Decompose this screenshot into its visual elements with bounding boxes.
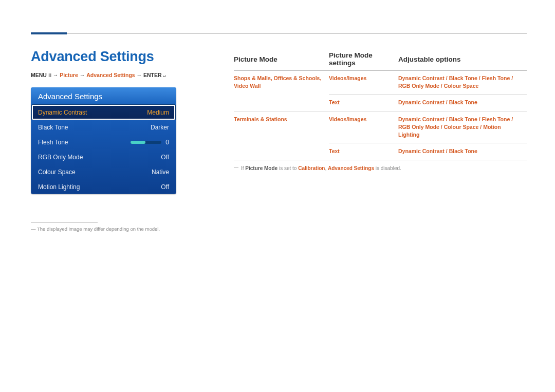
table-row: Terminals & Stations Videos/Images Dynam… — [234, 111, 527, 143]
osd-label: Motion Lighting — [38, 183, 80, 191]
osd-value: Off — [161, 183, 169, 191]
enter-icon: ↵ — [163, 73, 166, 78]
osd-value: Native — [152, 169, 169, 176]
cell-mode: Terminals & Stations — [234, 116, 287, 122]
osd-row-dynamic-contrast[interactable]: Dynamic Contrast Medium — [32, 105, 175, 120]
osd-label: Black Tone — [38, 124, 68, 131]
osd-label: Dynamic Contrast — [38, 109, 87, 116]
cell-settings: Videos/Images — [329, 75, 366, 81]
osd-row-colour-space[interactable]: Colour Space Native — [31, 164, 176, 179]
flesh-tone-slider[interactable] — [131, 141, 161, 144]
arrow-icon: → — [53, 72, 59, 78]
breadcrumb-enter: ENTER — [143, 72, 162, 78]
breadcrumb: MENU Ⅲ → Picture → Advanced Settings → E… — [31, 72, 234, 78]
footnote-divider — [31, 222, 98, 223]
osd-value: 0 — [165, 139, 169, 146]
osd-label: Flesh Tone — [38, 139, 68, 146]
table-row: Shops & Malls, Offices & Schools, Video … — [234, 70, 527, 95]
breadcrumb-picture: Picture — [60, 72, 78, 78]
cell-options: Dynamic Contrast / Black Tone / Flesh To… — [398, 70, 527, 95]
osd-value: Off — [161, 154, 169, 161]
osd-row-rgb-only[interactable]: RGB Only Mode Off — [31, 150, 176, 164]
cell-options: Dynamic Contrast / Black Tone / Flesh To… — [398, 111, 527, 143]
osd-label: Colour Space — [38, 169, 76, 176]
top-divider — [31, 33, 527, 34]
breadcrumb-advanced: Advanced Settings — [86, 72, 135, 78]
osd-row-black-tone[interactable]: Black Tone Darker — [31, 120, 176, 135]
th-adjustable-options: Adjustable options — [398, 51, 527, 70]
section-title: Advanced Settings — [31, 49, 234, 65]
cell-settings: Text — [329, 148, 340, 154]
osd-row-flesh-tone[interactable]: Flesh Tone 0 — [31, 135, 176, 150]
th-picture-mode-settings: Picture Mode settings — [329, 51, 398, 70]
top-divider-accent — [31, 32, 67, 34]
osd-value: Medium — [147, 109, 169, 116]
osd-label: RGB Only Mode — [38, 154, 83, 161]
cell-mode: Shops & Malls, Offices & Schools, Video … — [234, 75, 321, 89]
arrow-icon: → — [80, 72, 85, 78]
calibration-note: If Picture Mode is set to Calibration, A… — [234, 165, 527, 171]
footnote-text: ― The displayed image may differ dependi… — [31, 226, 234, 232]
osd-panel: Advanced Settings Dynamic Contrast Mediu… — [31, 87, 176, 194]
menu-icon: Ⅲ — [48, 73, 51, 78]
th-picture-mode: Picture Mode — [234, 51, 329, 70]
osd-title: Advanced Settings — [31, 87, 176, 105]
cell-settings: Videos/Images — [329, 116, 366, 122]
options-table: Picture Mode Picture Mode settings Adjus… — [234, 51, 527, 160]
cell-options: Dynamic Contrast / Black Tone — [398, 143, 527, 160]
osd-row-motion-lighting[interactable]: Motion Lighting Off — [31, 179, 176, 194]
cell-options: Dynamic Contrast / Black Tone — [398, 95, 527, 111]
breadcrumb-menu: MENU — [31, 72, 47, 78]
arrow-icon: → — [137, 72, 142, 78]
cell-settings: Text — [329, 99, 340, 105]
osd-value: Darker — [151, 124, 169, 131]
